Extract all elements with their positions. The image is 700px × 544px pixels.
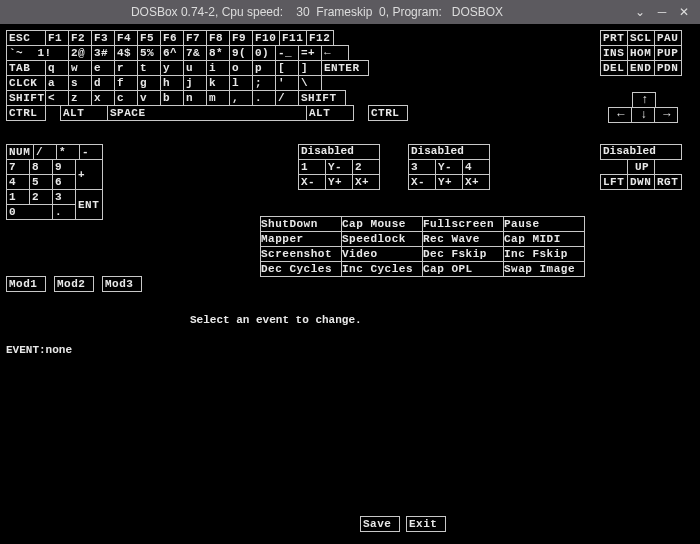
key-5[interactable]: 5%: [137, 45, 161, 61]
fn-deccycles[interactable]: Dec Cycles: [260, 261, 342, 277]
joy2-yminus[interactable]: Y-: [435, 159, 463, 175]
key-num9[interactable]: 9: [52, 159, 76, 175]
minimize-icon[interactable]: ─: [654, 4, 670, 20]
hat-up[interactable]: UP: [627, 159, 655, 175]
key-v[interactable]: v: [137, 90, 161, 106]
key-k[interactable]: k: [206, 75, 230, 91]
key-numdiv[interactable]: /: [33, 144, 57, 160]
key-right[interactable]: →: [654, 107, 678, 123]
key-num0[interactable]: 0: [6, 204, 53, 220]
key-down[interactable]: ↓: [631, 107, 655, 123]
fn-inccycles[interactable]: Inc Cycles: [341, 261, 423, 277]
key-9[interactable]: 9(: [229, 45, 253, 61]
dropdown-icon[interactable]: ⌄: [632, 4, 648, 20]
key-f6[interactable]: F6: [160, 30, 184, 46]
joy2-btn4[interactable]: 4: [462, 159, 490, 175]
key-left[interactable]: ←: [608, 107, 632, 123]
joy2-xminus[interactable]: X-: [408, 174, 436, 190]
key-printscreen[interactable]: PRT: [600, 30, 628, 46]
joy1-yminus[interactable]: Y-: [325, 159, 353, 175]
key-u[interactable]: u: [183, 60, 207, 76]
key-n[interactable]: n: [183, 90, 207, 106]
fn-video[interactable]: Video: [341, 246, 423, 262]
fn-incfskip[interactable]: Inc Fskip: [503, 246, 585, 262]
joy1-xminus[interactable]: X-: [298, 174, 326, 190]
key-x[interactable]: x: [91, 90, 115, 106]
save-button[interactable]: Save: [360, 516, 400, 532]
key-tab[interactable]: TAB: [6, 60, 46, 76]
key-delete[interactable]: DEL: [600, 60, 628, 76]
hat-left[interactable]: LFT: [600, 174, 628, 190]
key-rbracket[interactable]: ]: [298, 60, 322, 76]
key-j[interactable]: j: [183, 75, 207, 91]
key-f[interactable]: f: [114, 75, 138, 91]
key-numsub[interactable]: -: [79, 144, 103, 160]
fn-recwave[interactable]: Rec Wave: [422, 231, 504, 247]
key-a[interactable]: a: [45, 75, 69, 91]
key-num2[interactable]: 2: [29, 189, 53, 205]
key-num1[interactable]: 1: [6, 189, 30, 205]
key-numdot[interactable]: .: [52, 204, 76, 220]
key-m[interactable]: m: [206, 90, 230, 106]
joy1-btn2[interactable]: 2: [352, 159, 380, 175]
key-period[interactable]: .: [252, 90, 276, 106]
key-p[interactable]: p: [252, 60, 276, 76]
key-num8[interactable]: 8: [29, 159, 53, 175]
key-lessthan[interactable]: <: [45, 90, 69, 106]
key-f2[interactable]: F2: [68, 30, 92, 46]
mod3-button[interactable]: Mod3: [102, 276, 142, 292]
key-h[interactable]: h: [160, 75, 184, 91]
key-comma[interactable]: ,: [229, 90, 253, 106]
key-d[interactable]: d: [91, 75, 115, 91]
fn-capmidi[interactable]: Cap MIDI: [503, 231, 585, 247]
key-i[interactable]: i: [206, 60, 230, 76]
key-space[interactable]: SPACE: [107, 105, 307, 121]
key-num7[interactable]: 7: [6, 159, 30, 175]
key-pagedown[interactable]: PDN: [654, 60, 682, 76]
key-scrolllock[interactable]: SCL: [627, 30, 655, 46]
key-num4[interactable]: 4: [6, 174, 30, 190]
fn-decfskip[interactable]: Dec Fskip: [422, 246, 504, 262]
key-f4[interactable]: F4: [114, 30, 138, 46]
joy1-btn1[interactable]: 1: [298, 159, 326, 175]
mod2-button[interactable]: Mod2: [54, 276, 94, 292]
fn-speedlock[interactable]: Speedlock: [341, 231, 423, 247]
key-insert[interactable]: INS: [600, 45, 628, 61]
key-y[interactable]: y: [160, 60, 184, 76]
key-equals[interactable]: =+: [298, 45, 322, 61]
key-backspace[interactable]: ←: [321, 45, 349, 61]
joy2-xplus[interactable]: X+: [462, 174, 490, 190]
key-o[interactable]: o: [229, 60, 253, 76]
key-lshift[interactable]: SHIFT: [6, 90, 46, 106]
fn-mapper[interactable]: Mapper: [260, 231, 342, 247]
key-rshift[interactable]: SHIFT: [298, 90, 346, 106]
fn-shutdown[interactable]: ShutDown: [260, 216, 342, 232]
key-numadd[interactable]: +: [75, 159, 103, 190]
mod1-button[interactable]: Mod1: [6, 276, 46, 292]
key-lbracket[interactable]: [: [275, 60, 299, 76]
key-2[interactable]: 2@: [68, 45, 92, 61]
joy2-btn3[interactable]: 3: [408, 159, 436, 175]
key-6[interactable]: 6^: [160, 45, 184, 61]
key-nummul[interactable]: *: [56, 144, 80, 160]
key-quote[interactable]: ': [275, 75, 299, 91]
key-4[interactable]: 4$: [114, 45, 138, 61]
key-end[interactable]: END: [627, 60, 655, 76]
key-s[interactable]: s: [68, 75, 92, 91]
key-num6[interactable]: 6: [52, 174, 76, 190]
joy2-yplus[interactable]: Y+: [435, 174, 463, 190]
key-r[interactable]: r: [114, 60, 138, 76]
key-rctrl[interactable]: CTRL: [368, 105, 408, 121]
key-w[interactable]: w: [68, 60, 92, 76]
key-up[interactable]: ↑: [632, 92, 656, 108]
key-minus[interactable]: -_: [275, 45, 299, 61]
exit-button[interactable]: Exit: [406, 516, 446, 532]
key-f11[interactable]: F11: [279, 30, 307, 46]
hat-right[interactable]: RGT: [654, 174, 682, 190]
fn-swapimage[interactable]: Swap Image: [503, 261, 585, 277]
key-lalt[interactable]: ALT: [60, 105, 108, 121]
key-f12[interactable]: F12: [306, 30, 334, 46]
key-0[interactable]: 0): [252, 45, 276, 61]
key-g[interactable]: g: [137, 75, 161, 91]
key-8[interactable]: 8*: [206, 45, 230, 61]
